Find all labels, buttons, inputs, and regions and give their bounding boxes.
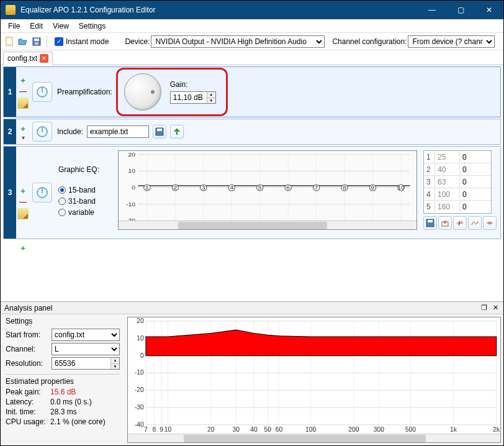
invert-bands-icon[interactable]: [468, 216, 482, 230]
eq-scrollbar[interactable]: [119, 221, 416, 229]
add-icon[interactable]: ＋: [18, 75, 28, 85]
menu-file[interactable]: File: [3, 20, 25, 32]
toolbar: ✓ Instant mode Device: NVIDIA Output - N…: [1, 33, 503, 50]
svg-text:10: 10: [397, 184, 405, 191]
device-label: Device:: [125, 37, 150, 46]
new-file-icon[interactable]: [3, 35, 16, 48]
svg-text:30: 30: [233, 426, 240, 433]
gain-input[interactable]: [171, 92, 207, 103]
analysis-scrollbar[interactable]: [128, 434, 500, 442]
save-bands-icon[interactable]: [423, 216, 437, 230]
table-row[interactable]: 51600: [424, 201, 491, 213]
power-icon: [37, 187, 48, 198]
svg-text:6: 6: [286, 184, 290, 191]
geq-left-column: Graphic EQ: 15-band 31-band variable: [58, 150, 112, 217]
edit-icon[interactable]: [17, 98, 29, 109]
radio-31-band[interactable]: 31-band: [58, 196, 112, 206]
svg-rect-3: [35, 42, 38, 45]
svg-text:9: 9: [371, 184, 375, 191]
menu-settings[interactable]: Settings: [74, 20, 110, 32]
eq-table-toolbar: [423, 216, 497, 230]
titlebar: Equalizer APO 1.2.1 Configuration Editor…: [1, 1, 503, 19]
svg-rect-5: [157, 129, 162, 131]
analysis-chart[interactable]: 20100-10-20-30-40 7891020304050601002003…: [127, 317, 501, 443]
device-select[interactable]: NVIDIA Output - NVIDIA High Definition A…: [151, 35, 325, 48]
maximize-button[interactable]: ▢: [446, 1, 475, 19]
channel-label: Channel:: [6, 345, 49, 353]
analysis-title: Analysis panel: [4, 304, 52, 312]
power-button[interactable]: [32, 82, 52, 102]
svg-text:200: 200: [348, 426, 359, 433]
table-row[interactable]: 3630: [424, 176, 491, 188]
svg-text:-40: -40: [135, 421, 144, 428]
spin-down-icon[interactable]: ▼: [111, 364, 119, 370]
row-controls: ＋ —: [16, 67, 30, 117]
menu-edit[interactable]: Edit: [25, 20, 48, 32]
resolution-spinner[interactable]: ▲▼: [52, 357, 120, 370]
radio-15-band[interactable]: 15-band: [58, 185, 112, 195]
browse-file-button[interactable]: [153, 125, 166, 139]
close-panel-icon[interactable]: ✕: [491, 304, 500, 312]
cpu-usage-label: CPU usage:: [6, 417, 50, 427]
svg-text:8: 8: [343, 184, 346, 191]
gain-spinner[interactable]: ▲▼: [170, 91, 216, 104]
filter-row-include[interactable]: 2 ＋ ▾ Include:: [3, 119, 501, 145]
table-row[interactable]: 2400: [424, 163, 491, 176]
reset-bands-icon[interactable]: [453, 216, 467, 230]
row-controls: ＋ —: [16, 147, 30, 239]
add-filter-row: ＋: [1, 240, 503, 255]
expand-icon[interactable]: ▾: [19, 135, 27, 140]
import-bands-icon[interactable]: [438, 216, 452, 230]
open-include-button[interactable]: [170, 125, 184, 139]
channel-config-select[interactable]: From device (? channels): [408, 35, 495, 48]
include-file-input[interactable]: [87, 125, 149, 138]
remove-icon[interactable]: —: [18, 86, 28, 96]
table-row[interactable]: 41000: [424, 188, 491, 201]
gain-knob[interactable]: [124, 73, 161, 111]
power-button[interactable]: [32, 122, 52, 142]
minimize-button[interactable]: ―: [418, 1, 446, 19]
row-number: 3: [4, 147, 16, 239]
spin-up-icon[interactable]: ▲: [207, 92, 215, 98]
filter-row-preamp[interactable]: 1 ＋ — Preamplification: Gain: ▲▼: [3, 66, 501, 117]
close-tab-icon[interactable]: ✕: [40, 54, 48, 63]
channel-select[interactable]: L: [52, 343, 120, 355]
open-file-icon[interactable]: [17, 35, 29, 48]
svg-text:100: 100: [305, 426, 317, 433]
radio-variable[interactable]: variable: [58, 207, 112, 217]
analysis-panel: Analysis panel ❐ ✕ Settings Start from:c…: [1, 301, 503, 445]
tab-config[interactable]: config.txt ✕: [3, 52, 53, 65]
resolution-label: Resolution:: [6, 359, 49, 368]
eq-band-table[interactable]: 1250240036304100051600: [423, 150, 492, 214]
start-from-select[interactable]: config.txt: [52, 329, 120, 341]
add-filter-icon[interactable]: ＋: [18, 243, 28, 253]
table-row[interactable]: 1250: [424, 151, 491, 163]
dock-icon[interactable]: ❐: [480, 304, 488, 312]
resolution-input[interactable]: [52, 358, 110, 369]
spin-down-icon[interactable]: ▼: [207, 98, 215, 104]
remove-icon[interactable]: —: [18, 197, 28, 207]
analysis-settings: Settings Start from:config.txt Channel:L…: [1, 314, 125, 445]
eq-chart[interactable]: 12345678910 20100-10-20 2540631001602504…: [118, 150, 417, 230]
svg-text:10: 10: [164, 426, 172, 433]
normalize-bands-icon[interactable]: [483, 216, 497, 230]
add-icon[interactable]: ＋: [18, 124, 28, 134]
menu-view[interactable]: View: [48, 20, 74, 32]
power-icon: [37, 126, 48, 137]
svg-text:500: 500: [405, 426, 416, 433]
filter-body: Include:: [55, 119, 500, 144]
instant-mode-checkbox[interactable]: ✓ Instant mode: [55, 37, 109, 46]
close-button[interactable]: ✕: [475, 1, 503, 19]
svg-text:50: 50: [264, 426, 272, 433]
separator: [47, 36, 47, 47]
save-file-icon[interactable]: [30, 35, 43, 48]
power-button[interactable]: [32, 183, 52, 203]
menubar: File Edit View Settings: [1, 19, 503, 33]
spin-up-icon[interactable]: ▲: [111, 358, 119, 364]
edit-icon[interactable]: [17, 208, 29, 219]
analysis-header: Analysis panel ❐ ✕: [1, 302, 503, 314]
filter-row-graphic-eq[interactable]: 3 ＋ — Graphic EQ: 15-band 31-band variab…: [3, 146, 501, 239]
add-icon[interactable]: ＋: [18, 186, 28, 196]
graphic-eq-label: Graphic EQ:: [58, 165, 112, 174]
tab-bar: config.txt ✕: [1, 50, 503, 65]
